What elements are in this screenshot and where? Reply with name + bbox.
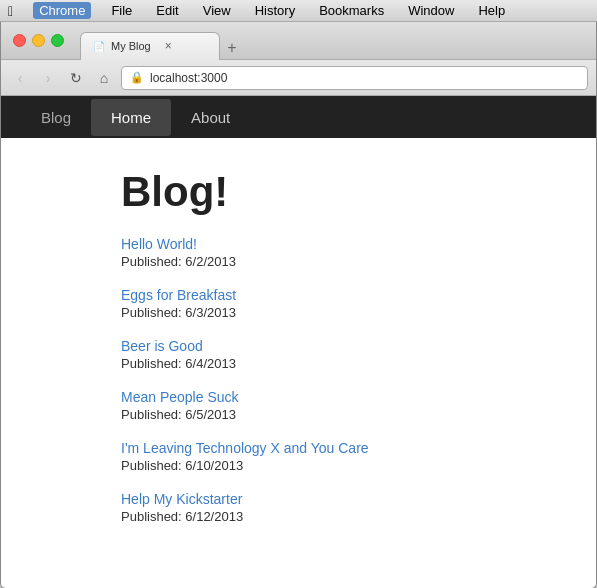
menu-window[interactable]: Window [404, 3, 458, 18]
post-date-6: Published: 6/12/2013 [121, 509, 476, 524]
refresh-button[interactable]: ↻ [65, 67, 87, 89]
tab-title: My Blog [111, 40, 151, 52]
home-button[interactable]: ⌂ [93, 67, 115, 89]
address-text: localhost:3000 [150, 71, 227, 85]
tab-close-button[interactable]: × [165, 39, 172, 53]
tab-favicon-icon: 📄 [93, 41, 105, 52]
menu-bookmarks[interactable]: Bookmarks [315, 3, 388, 18]
new-tab-button[interactable]: + [220, 36, 244, 60]
close-button[interactable] [13, 34, 26, 47]
menu-file[interactable]: File [107, 3, 136, 18]
list-item: I'm Leaving Technology X and You Care Pu… [121, 440, 476, 473]
nav-about[interactable]: About [171, 99, 250, 136]
post-link-1[interactable]: Hello World! [121, 236, 476, 252]
blog-content: Blog! Hello World! Published: 6/2/2013 E… [1, 138, 596, 562]
list-item: Help My Kickstarter Published: 6/12/2013 [121, 491, 476, 524]
post-date-2: Published: 6/3/2013 [121, 305, 476, 320]
post-link-2[interactable]: Eggs for Breakfast [121, 287, 476, 303]
minimize-button[interactable] [32, 34, 45, 47]
post-link-6[interactable]: Help My Kickstarter [121, 491, 476, 507]
post-date-1: Published: 6/2/2013 [121, 254, 476, 269]
blog-title: Blog! [121, 168, 476, 216]
maximize-button[interactable] [51, 34, 64, 47]
post-link-5[interactable]: I'm Leaving Technology X and You Care [121, 440, 476, 456]
title-bar: 📄 My Blog × + [1, 22, 596, 60]
nav-brand[interactable]: Blog [21, 99, 91, 136]
list-item: Beer is Good Published: 6/4/2013 [121, 338, 476, 371]
browser-window: 📄 My Blog × + ‹ › ↻ ⌂ 🔒 localhost:3000 B… [0, 22, 597, 588]
menu-edit[interactable]: Edit [152, 3, 182, 18]
nav-bar: ‹ › ↻ ⌂ 🔒 localhost:3000 [1, 60, 596, 96]
lock-icon: 🔒 [130, 71, 144, 84]
menu-chrome[interactable]: Chrome [33, 2, 91, 19]
address-bar[interactable]: 🔒 localhost:3000 [121, 66, 588, 90]
menu-history[interactable]: History [251, 3, 299, 18]
tab-bar: 📄 My Blog × + [80, 22, 244, 60]
list-item: Eggs for Breakfast Published: 6/3/2013 [121, 287, 476, 320]
menu-bar:  Chrome File Edit View History Bookmark… [0, 0, 597, 22]
post-link-4[interactable]: Mean People Suck [121, 389, 476, 405]
traffic-lights [13, 34, 64, 47]
menu-view[interactable]: View [199, 3, 235, 18]
apple-icon:  [8, 3, 13, 19]
post-date-3: Published: 6/4/2013 [121, 356, 476, 371]
blog-navbar: Blog Home About [1, 96, 596, 138]
list-item: Hello World! Published: 6/2/2013 [121, 236, 476, 269]
webpage: Blog Home About Blog! Hello World! Publi… [1, 96, 596, 588]
forward-button[interactable]: › [37, 67, 59, 89]
post-link-3[interactable]: Beer is Good [121, 338, 476, 354]
menu-help[interactable]: Help [474, 3, 509, 18]
list-item: Mean People Suck Published: 6/5/2013 [121, 389, 476, 422]
back-button[interactable]: ‹ [9, 67, 31, 89]
browser-tab[interactable]: 📄 My Blog × [80, 32, 220, 60]
post-date-5: Published: 6/10/2013 [121, 458, 476, 473]
nav-home[interactable]: Home [91, 99, 171, 136]
post-date-4: Published: 6/5/2013 [121, 407, 476, 422]
